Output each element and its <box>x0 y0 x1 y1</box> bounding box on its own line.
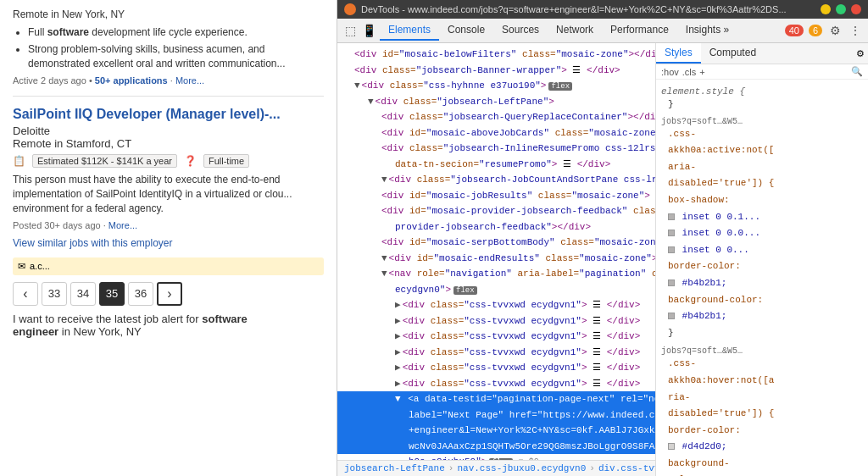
jobtype-badge-2: Full-time <box>203 154 249 168</box>
element-line-8[interactable]: data-tn-secion="resumePromo"> ☰ </div> <box>337 157 655 173</box>
element-line-2[interactable]: <div class="jobsearch-Banner-wrapper"> ☰… <box>337 63 655 79</box>
styles-tabs: Styles Computed ⚙ <box>656 43 868 64</box>
settings-icon[interactable]: ⚙ <box>827 23 843 38</box>
styles-tab[interactable]: Styles <box>656 43 701 64</box>
element-line-1[interactable]: <div id="mosaic-belowFilters" class="mos… <box>337 47 655 63</box>
more-link-2[interactable]: More... <box>108 220 137 230</box>
bc-item-1[interactable]: jobsearch-LeftPane <box>344 463 445 473</box>
element-line-14[interactable]: ▼<div id="mosaic-endResults" class="mosa… <box>337 251 655 267</box>
elements-panel: <div id="mosaic-belowFilters" class="mos… <box>337 43 656 476</box>
element-line-11[interactable]: <div id="mosaic-provider-jobsearch-feedb… <box>337 203 655 219</box>
close-button[interactable] <box>851 4 861 14</box>
minimize-button[interactable] <box>821 4 831 14</box>
next-page-button[interactable]: › <box>157 282 182 306</box>
cursor-icon[interactable]: ⬚ <box>342 23 358 38</box>
bc-item-3[interactable]: div.css-tvvxwd.ecydgvn1 <box>598 463 655 473</box>
element-line-7[interactable]: <div class="jobsearch-InlineResumePromo … <box>337 141 655 157</box>
element-line-18[interactable]: ▶<div class="css-tvvxwd ecydgvn1"> ☰ </d… <box>337 313 655 329</box>
style-line-18: #d4d2d0; <box>661 439 863 456</box>
style-line-17: border-color: <box>661 423 863 440</box>
applications-link-1[interactable]: 50+ applications <box>95 75 168 86</box>
style-line-14: akkh0a:hover:not([a <box>661 373 863 390</box>
settings-icon-2[interactable]: ⚙ <box>856 48 865 59</box>
element-line-selected[interactable]: ▼ <a data-testid="pagination-page-next" … <box>337 391 655 407</box>
element-line-6[interactable]: <div id="mosaic-aboveJobCards" class="mo… <box>337 125 655 141</box>
page-34-button[interactable]: 34 <box>70 282 96 306</box>
element-line-12[interactable]: provider-jobsearch-feedback"></div> <box>337 219 655 235</box>
style-line-10: #b4b2b1; <box>661 275 863 292</box>
styles-filter-toolbar: :hov .cls + 🔍 <box>656 64 868 80</box>
titlebar-left: DevTools - www.indeed.com/jobs?q=softwar… <box>344 3 787 15</box>
similar-jobs-link[interactable]: View similar jobs with this employer <box>13 237 324 249</box>
job-card-2: SailPoint IIQ Developer (Manager level)-… <box>13 107 324 248</box>
question-icon[interactable]: ❓ <box>184 155 197 167</box>
style-line-11: background-color: <box>661 292 863 309</box>
computed-tab[interactable]: Computed <box>701 43 765 64</box>
filter-icon[interactable]: 🔍 <box>851 66 863 77</box>
tab-sources[interactable]: Sources <box>493 20 548 41</box>
element-line-3[interactable]: ▼<div class="css-hyhnne e37uo190">flex <box>337 78 655 94</box>
more-link-1[interactable]: More... <box>175 75 204 86</box>
page-36-button[interactable]: 36 <box>128 282 153 306</box>
element-line-5[interactable]: <div class="jobsearch-QueryReplaceContai… <box>337 109 655 125</box>
style-source-2: jobs?q=soft…&W5… <box>661 346 863 356</box>
style-closing-2: } <box>661 325 863 342</box>
element-line-23[interactable]: h0a e8jubx50">flex ≡ $0 <box>337 454 655 460</box>
element-line-16[interactable]: ecydgvn0">flex <box>337 282 655 298</box>
tab-elements[interactable]: Elements <box>380 20 439 41</box>
color-swatch-2 <box>668 230 675 236</box>
maximize-button[interactable] <box>836 4 846 14</box>
tab-network[interactable]: Network <box>548 20 602 41</box>
tab-console[interactable]: Console <box>439 20 493 41</box>
style-line-19: background- <box>661 456 863 473</box>
element-line-19[interactable]: ▶<div class="css-tvvxwd ecydgvn1"> ☰ </d… <box>337 329 655 345</box>
styles-content: element.style { } jobs?q=soft…&W5… .css-… <box>656 80 868 476</box>
email-icon: ✉ <box>18 261 25 272</box>
devtools-titlebar: DevTools - www.indeed.com/jobs?q=softwar… <box>337 0 868 19</box>
pagination: ‹ 33 34 35 36 › <box>13 282 324 306</box>
bc-item-2[interactable]: nav.css-jbuxu0.ecydgvn0 <box>457 463 586 473</box>
tab-insights[interactable]: Insights » <box>677 20 737 41</box>
style-line-16: disabled='true']) { <box>661 406 863 423</box>
job-desc-2: This person must have the ability to exe… <box>13 173 324 215</box>
elements-breadcrumb: jobsearch-LeftPane › nav.css-jbuxu0.ecyd… <box>337 460 655 476</box>
style-line-8: inset 0 0... <box>661 242 863 259</box>
prev-page-button[interactable]: ‹ <box>13 282 38 306</box>
style-closing-1: } <box>661 97 863 113</box>
page-35-button[interactable]: 35 <box>99 282 125 306</box>
style-line-2: akkh0a:active:not([ <box>661 142 863 159</box>
element-line-13[interactable]: <div id="mosaic-serpBottomBody" class="m… <box>337 235 655 251</box>
element-line-17[interactable]: ▶<div class="css-tvvxwd ecydgvn1"> ☰ </d… <box>337 297 655 313</box>
more-icon[interactable]: ⋮ <box>848 23 863 38</box>
page-33-button[interactable]: 33 <box>42 282 67 306</box>
devtools-title: DevTools - www.indeed.com/jobs?q=softwar… <box>361 4 787 14</box>
element-style-label: element.style { <box>661 86 863 97</box>
element-line-sel-3[interactable]: +engineer&l=New+York%2C+NY&sc=0kf.AABlJ7… <box>337 423 655 439</box>
style-line-15: ria- <box>661 390 863 407</box>
mobile-icon[interactable]: 📱 <box>361 23 376 38</box>
cls-button[interactable]: .cls <box>682 67 697 77</box>
element-line-21[interactable]: ▶<div class="css-tvvxwd ecydgvn1"> ☰ </d… <box>337 360 655 376</box>
email-label: a.c... <box>30 261 50 271</box>
job-title-2[interactable]: SailPoint IIQ Developer (Manager level)-… <box>13 107 324 122</box>
tab-performance[interactable]: Performance <box>602 20 677 41</box>
element-line-20[interactable]: ▶<div class="css-tvvxwd ecydgvn1"> ☰ </d… <box>337 345 655 361</box>
element-line-22[interactable]: ▶<div class="css-tvvxwd ecydgvn1"> ☰ </d… <box>337 376 655 392</box>
job-salary-row-2: 📋 Estimated $112K - $141K a year ❓ Full-… <box>13 154 324 168</box>
element-line-15[interactable]: ▼<nav role="navigation" aria-label="pagi… <box>337 266 655 282</box>
job-company-2: Deloitte <box>13 125 324 137</box>
element-line-4[interactable]: ▼<div class="jobsearch-LeftPane"> <box>337 94 655 110</box>
style-line-7: inset 0 0.0... <box>661 225 863 242</box>
salary-icon: 📋 <box>13 155 25 167</box>
job-listings-panel: Remote in New York, NY Full software dev… <box>0 0 337 476</box>
devtools-main: <div id="mosaic-belowFilters" class="mos… <box>337 43 868 476</box>
element-line-9[interactable]: ▼<div class="jobsearch-JobCountAndSortPa… <box>337 172 655 188</box>
element-line-sel-4[interactable]: wcNv0JAAaxCzp1SQHTw5Ore29QG8mszJBoLggrO9… <box>337 439 655 455</box>
devtools-toolbar: ⬚ 📱 Elements Console Sources Network Per… <box>337 19 868 43</box>
element-line-sel-2[interactable]: label="Next Page" href="https://www.inde… <box>337 407 655 423</box>
hover-pseudo[interactable]: :hov <box>661 67 679 77</box>
element-line-10[interactable]: <div id="mosaic-jobResults" class="mosai… <box>337 188 655 204</box>
elements-tree: <div id="mosaic-belowFilters" class="mos… <box>337 43 655 460</box>
add-style-button[interactable]: + <box>699 67 704 77</box>
styles-toolbar-right: ⚙ <box>856 43 868 64</box>
